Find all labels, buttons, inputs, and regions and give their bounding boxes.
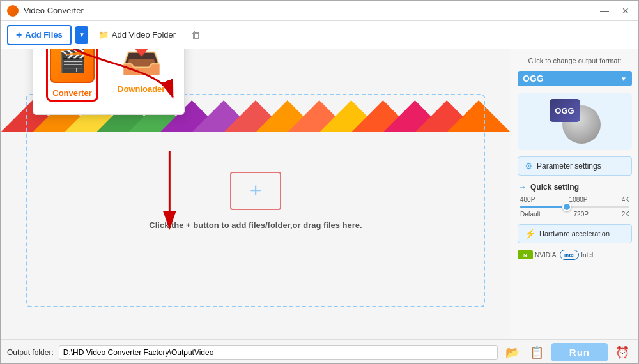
format-selector[interactable]: OGG ▼ [518, 71, 632, 86]
converter-label: Converter [52, 88, 91, 98]
close-button[interactable]: ✕ [619, 4, 632, 17]
nvidia-logo: N [518, 250, 533, 259]
quality-fill [520, 206, 566, 208]
browse-folder-button[interactable]: 📂 [503, 345, 522, 360]
converter-highlight: 🎬 Converter [46, 49, 98, 102]
window-controls: — ✕ [597, 4, 632, 17]
converter-app-item[interactable]: 🎬 Converter [50, 49, 95, 98]
ogg-preview: OGG [518, 93, 632, 150]
quick-setting-label: Quick setting [530, 183, 579, 192]
label-1080p: 1080P [569, 196, 588, 203]
add-files-label: Add Files [25, 30, 63, 40]
hw-accel-label: Hardware acceleration [539, 230, 610, 238]
app-title: Video Converter [24, 6, 597, 15]
content-area: 🎬 Converter 📥 Downloader [1, 49, 511, 339]
intel-logo: intel [560, 250, 579, 260]
drop-zone[interactable]: + Click the + button to add files/folder… [26, 94, 485, 307]
downloader-symbol: 📥 [121, 49, 162, 77]
main-layout: 🎬 Converter 📥 Downloader [1, 49, 638, 339]
toolbar: + Add Files ▼ 📁 Add Video Folder 🗑 [1, 21, 638, 49]
parameter-settings-button[interactable]: ⚙ Parameter settings [518, 156, 632, 176]
right-panel: Click to change output format: OGG ▼ OGG… [511, 49, 638, 339]
output-folder-label: Output folder: [7, 348, 54, 357]
delete-button[interactable]: 🗑 [186, 26, 206, 44]
downloader-icon: 📥 [119, 49, 164, 79]
ogg-label: OGG [550, 99, 580, 122]
add-video-folder-button[interactable]: 📁 Add Video Folder [91, 27, 183, 43]
titlebar: Video Converter — ✕ [1, 1, 638, 21]
nvidia-label: NVIDIA [535, 252, 556, 259]
quality-thumb[interactable] [562, 202, 571, 211]
output-path-input[interactable] [59, 345, 498, 360]
label-480p: 480P [520, 196, 535, 203]
add-folder-label: Add Video Folder [112, 30, 176, 40]
app-icon [7, 5, 19, 17]
converter-icon: 🎬 [50, 49, 95, 83]
quality-labels-bottom: Default 720P 2K [520, 211, 629, 218]
drop-hint: Click the + button to add files/folder,o… [149, 220, 362, 230]
intel-badge: intel Intel [560, 250, 593, 260]
format-name: OGG [523, 73, 544, 84]
parameter-settings-label: Parameter settings [537, 162, 601, 171]
folder-icon: 📁 [98, 30, 109, 40]
gpu-badges: N NVIDIA intel Intel [518, 250, 632, 260]
intel-label: Intel [581, 252, 593, 259]
settings-icon: ⚙ [525, 161, 533, 171]
quality-labels-top: 480P 1080P 4K [520, 196, 629, 203]
downloader-app-item[interactable]: 📥 Downloader [118, 49, 165, 102]
app-switcher-popup: 🎬 Converter 📥 Downloader [33, 49, 185, 115]
output-format-label: Click to change output format: [518, 57, 632, 64]
add-files-dropdown[interactable]: ▼ [75, 26, 88, 44]
label-default: Default [520, 211, 541, 218]
minimize-button[interactable]: — [597, 4, 612, 17]
run-button[interactable]: Run [551, 343, 608, 361]
downloader-label: Downloader [118, 84, 165, 94]
quality-track[interactable] [520, 206, 629, 208]
add-files-button[interactable]: + Add Files [7, 25, 72, 45]
alarm-button[interactable]: ⏰ [613, 345, 632, 360]
hw-accel-icon: ⚡ [525, 229, 535, 239]
label-720p: 720P [574, 211, 589, 218]
bottom-bar: Output folder: 📂 📋 Run ⏰ [1, 339, 638, 364]
label-4k: 4K [622, 196, 629, 203]
label-2k: 2K [622, 211, 629, 218]
hardware-acceleration-row: ⚡ Hardware acceleration [518, 224, 632, 243]
format-dropdown-arrow-icon: ▼ [620, 75, 627, 82]
open-output-button[interactable]: 📋 [527, 345, 546, 360]
plus-icon: + [16, 29, 22, 41]
converter-symbol: 🎬 [58, 49, 87, 74]
quick-setting-section: → Quick setting 480P 1080P 4K Default 72… [518, 182, 632, 218]
nvidia-badge: N NVIDIA [518, 250, 556, 259]
quality-slider-wrap: 480P 1080P 4K Default 720P 2K [518, 196, 632, 218]
drop-plus-icon: + [230, 172, 281, 210]
quick-setting-icon: → [518, 182, 527, 192]
